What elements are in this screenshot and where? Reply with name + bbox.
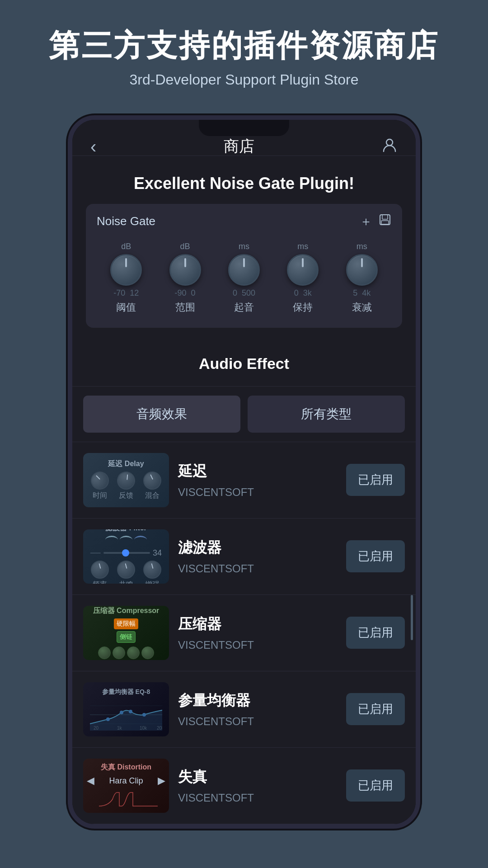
knob-range: dB -90 0 范围	[169, 242, 201, 314]
knob-decay: ms 5 4k 衰减	[346, 242, 378, 314]
plugin-item-compressor: 压缩器 Compressor 硬限幅 侧链	[72, 595, 416, 671]
plugin-action-compressor[interactable]: 已启用	[346, 617, 405, 649]
plugin-thumbnail-eq: 参量均衡器 EQ-8	[83, 682, 169, 736]
plugin-action-eq[interactable]: 已启用	[346, 693, 405, 725]
plugin-add-button[interactable]: ＋	[360, 213, 372, 230]
plugin-info-compressor: 压缩器 VISCENTSOFT	[178, 614, 337, 651]
plugin-item-delay: 延迟 Delay 时间 反馈	[72, 442, 416, 519]
svg-text:1k: 1k	[117, 726, 122, 731]
svg-point-9	[129, 710, 132, 713]
plugin-info-delay: 延迟 VISCENTSOFT	[178, 462, 337, 499]
plugin-save-button[interactable]	[379, 213, 391, 229]
knob-hold: ms 0 3k 保持	[287, 242, 319, 314]
noise-gate-knobs: dB -70 12 阈值 dB -90 0 范围 ms 0	[97, 237, 391, 319]
tab-audio-effect[interactable]: 音频效果	[83, 396, 240, 433]
page-header: 第三方支持的插件资源商店 3rd-Developer Support Plugi…	[0, 0, 488, 106]
knob-threshold: dB -70 12 阈值	[110, 242, 142, 314]
svg-text:20k: 20k	[157, 726, 162, 731]
svg-point-8	[120, 711, 123, 714]
audio-effect-section: Audio Effect	[72, 341, 416, 387]
plugin-title-filter: 滤波器	[178, 538, 337, 558]
phone-frame: ‹ 商店 Excellent Noise Gate Plugin! Noise …	[68, 115, 420, 829]
plugin-preview-name: Noise Gate	[97, 214, 155, 228]
noise-gate-preview: Noise Gate ＋	[86, 204, 402, 328]
plugin-item-distortion: 失真 Distortion ◀ Hara Clip ▶ 失真 VISCENTSO…	[72, 748, 416, 824]
plugin-vendor-compressor: VISCENTSOFT	[178, 639, 337, 651]
plugin-title-distortion: 失真	[178, 767, 337, 787]
plugin-preview-header: Noise Gate ＋	[97, 213, 391, 230]
plugin-title-delay: 延迟	[178, 462, 337, 481]
banner-section: Excellent Noise Gate Plugin! Noise Gate …	[72, 156, 416, 341]
header-title-en: 3rd-Developer Support Plugin Store	[18, 71, 470, 88]
plugin-vendor-eq: VISCENTSOFT	[178, 715, 337, 728]
user-profile-button[interactable]	[377, 132, 402, 161]
plugin-info-eq: 参量均衡器 VISCENTSOFT	[178, 691, 337, 728]
plugin-item-filter: 滤波器 Filter ── 34	[72, 519, 416, 595]
banner-title: Excellent Noise Gate Plugin!	[86, 174, 402, 193]
plugin-thumbnail-filter: 滤波器 Filter ── 34	[83, 529, 169, 584]
knob-attack: ms 0 500 起音	[228, 242, 260, 314]
plugin-vendor-distortion: VISCENTSOFT	[178, 792, 337, 804]
plugin-thumbnail-distortion: 失真 Distortion ◀ Hara Clip ▶	[83, 759, 169, 813]
plugin-title-eq: 参量均衡器	[178, 691, 337, 711]
plugin-info-filter: 滤波器 VISCENTSOFT	[178, 538, 337, 575]
plugin-action-distortion[interactable]: 已启用	[346, 769, 405, 802]
plugin-info-distortion: 失真 VISCENTSOFT	[178, 767, 337, 804]
svg-point-0	[386, 139, 393, 146]
plugin-thumbnail-compressor: 压缩器 Compressor 硬限幅 侧链	[83, 606, 169, 660]
tab-all-types[interactable]: 所有类型	[248, 396, 405, 433]
svg-text:10k: 10k	[140, 726, 147, 731]
phone-notch	[199, 120, 289, 136]
svg-point-10	[142, 713, 146, 717]
plugin-vendor-filter: VISCENTSOFT	[178, 562, 337, 575]
svg-point-7	[106, 717, 110, 721]
scrollbar[interactable]	[411, 595, 413, 640]
phone-screen: ‹ 商店 Excellent Noise Gate Plugin! Noise …	[72, 120, 416, 824]
svg-rect-3	[381, 221, 389, 224]
plugin-title-compressor: 压缩器	[178, 614, 337, 634]
plugin-vendor-delay: VISCENTSOFT	[178, 486, 337, 499]
plugin-thumbnail-delay: 延迟 Delay 时间 反馈	[83, 453, 169, 507]
header-title-cn: 第三方支持的插件资源商店	[18, 27, 470, 64]
nav-title: 商店	[224, 136, 254, 157]
plugin-action-delay[interactable]: 已启用	[346, 464, 405, 496]
svg-rect-2	[382, 215, 388, 219]
back-button[interactable]: ‹	[86, 132, 101, 161]
plugin-action-filter[interactable]: 已启用	[346, 540, 405, 572]
filter-tabs: 音频效果 所有类型	[72, 387, 416, 442]
plugin-list: 延迟 Delay 时间 反馈	[72, 442, 416, 824]
svg-text:20: 20	[94, 726, 99, 731]
audio-effect-title: Audio Effect	[86, 355, 402, 373]
plugin-item-eq: 参量均衡器 EQ-8	[72, 671, 416, 748]
plugin-controls: ＋	[360, 213, 391, 230]
